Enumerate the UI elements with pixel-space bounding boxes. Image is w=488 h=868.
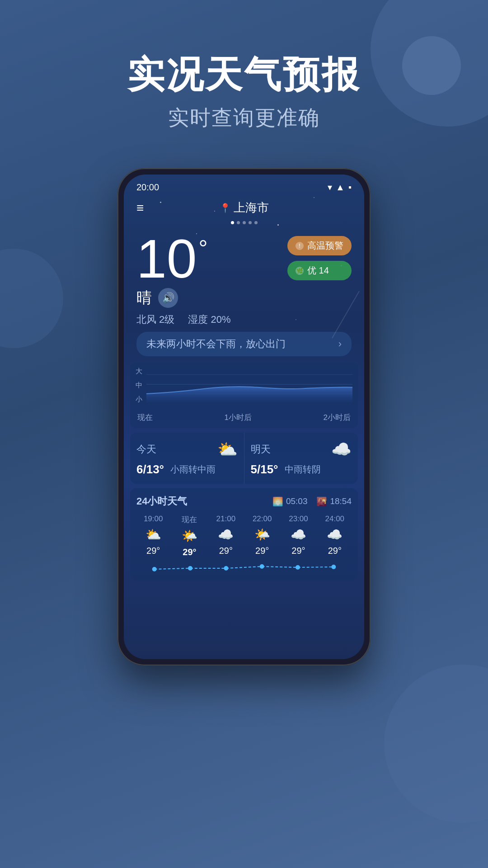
sub-title: 实时查询更准确 [0, 104, 488, 132]
daily-today-icon: ⛅ [217, 440, 238, 459]
hourly-section: 24小时天气 🌅 05:03 🌇 18:54 1 [130, 488, 358, 580]
city-label: 上海市 [234, 200, 269, 216]
city-name-row: 📍 上海市 [220, 200, 269, 216]
nav-dots [124, 221, 364, 224]
nav-dot-1[interactable] [231, 221, 234, 224]
location-pin-icon: 📍 [220, 203, 231, 213]
heat-warning-label: 高温预警 [307, 240, 343, 252]
hourly-temp-graph [136, 560, 352, 574]
leaf-icon: 🌿 [296, 267, 304, 275]
svg-point-3 [152, 567, 157, 571]
hour-time-5: 24:00 [325, 514, 345, 524]
hour-time-4: 23:00 [289, 514, 308, 524]
svg-point-6 [260, 564, 264, 569]
warning-icon: ! [296, 242, 304, 250]
status-bar: 20:00 ▾ ▲ ▪ [124, 175, 364, 196]
daily-tomorrow-top: 明天 ☁️ [251, 440, 352, 459]
chart-label-small: 小 [136, 395, 142, 404]
speaker-button[interactable]: 🔊 [158, 288, 178, 308]
chart-time-2h: 2小时后 [324, 412, 351, 423]
hour-temp-2: 29° [219, 546, 233, 556]
hour-item-4: 23:00 ☁️ 29° [282, 514, 315, 557]
sunrise-time: 05:03 [286, 496, 308, 506]
degree-symbol: ° [198, 237, 207, 259]
temperature-display: 10 ° [136, 231, 207, 286]
daily-forecast: 今天 ⛅ 6/13° 小雨转中雨 明天 ☁️ 5/15° 中雨转 [130, 433, 358, 484]
hour-icon-3: 🌤️ [254, 527, 270, 542]
nav-dot-2[interactable] [237, 221, 240, 224]
hour-temp-5: 29° [328, 546, 342, 556]
phone-frame: 20:00 ▾ ▲ ▪ ≡ 📍 上海市 [117, 168, 371, 665]
status-time: 20:00 [136, 182, 159, 193]
header-section: 实况天气预报 实时查询更准确 [0, 0, 488, 159]
hour-item-3: 22:00 🌤️ 29° [245, 514, 279, 557]
daily-today-temp: 6/13° [136, 462, 164, 476]
air-quality-badge: 🌿 优 14 [287, 261, 352, 280]
weather-desc-row: 晴 🔊 [136, 288, 207, 308]
hour-icon-1: 🌤️ [182, 528, 197, 543]
hour-time-1: 现在 [182, 514, 197, 525]
signal-icon: ▲ [336, 182, 345, 193]
temp-left: 10 ° 晴 🔊 [136, 231, 207, 308]
temp-row: 10 ° 晴 🔊 ! 高 [136, 231, 352, 308]
status-icons: ▾ ▲ ▪ [328, 182, 352, 193]
nav-dot-5[interactable] [254, 221, 258, 224]
rain-chart-section: 大 中 小 [130, 363, 358, 428]
top-bar: ≡ 📍 上海市 [124, 196, 364, 218]
rain-forecast-arrow: › [338, 338, 342, 350]
bg-decoration-bottom-right [384, 665, 488, 823]
daily-tomorrow-icon: ☁️ [331, 440, 352, 459]
hour-time-0: 19:00 [144, 514, 163, 524]
hour-temp-4: 29° [291, 546, 305, 556]
weather-main: 10 ° 晴 🔊 ! 高 [124, 224, 364, 356]
phone-wrapper: 20:00 ▾ ▲ ▪ ≡ 📍 上海市 [0, 168, 488, 665]
nav-dot-4[interactable] [249, 221, 252, 224]
rain-chart-svg [146, 367, 352, 403]
heat-warning-badge: ! 高温预警 [287, 236, 352, 255]
daily-today-top: 今天 ⛅ [136, 440, 238, 459]
menu-icon[interactable]: ≡ [136, 202, 144, 214]
svg-point-4 [188, 566, 192, 571]
chart-time-row: 现在 1小时后 2小时后 [136, 412, 352, 423]
daily-tomorrow-temp: 5/15° [251, 462, 278, 476]
hour-temp-3: 29° [255, 546, 269, 556]
hour-icon-4: ☁️ [291, 527, 306, 542]
sunset-icon: 🌇 [316, 496, 327, 507]
daily-tomorrow-label: 明天 [251, 443, 271, 456]
hour-icon-0: ⛅ [145, 527, 161, 542]
chart-label-medium: 中 [136, 381, 142, 390]
svg-point-7 [296, 565, 300, 570]
speaker-icon: 🔊 [162, 292, 174, 304]
daily-today-label: 今天 [136, 443, 156, 456]
hour-item-1: 现在 🌤️ 29° [173, 514, 206, 557]
hour-temp-0: 29° [146, 546, 160, 556]
nav-dot-3[interactable] [243, 221, 246, 224]
hour-item-2: 21:00 ☁️ 29° [209, 514, 243, 557]
badges-panel: ! 高温预警 🌿 优 14 [287, 236, 352, 280]
wifi-icon: ▾ [328, 182, 332, 193]
rain-forecast-banner[interactable]: 未来两小时不会下雨，放心出门 › [136, 332, 352, 356]
temp-value: 10 [136, 231, 197, 286]
daily-tomorrow-desc: 中雨转阴 [285, 463, 321, 476]
wind-info: 北风 2级 [136, 313, 174, 326]
sunset-item: 🌇 18:54 [316, 496, 352, 507]
daily-today-desc: 小雨转中雨 [170, 463, 216, 476]
phone-screen: 20:00 ▾ ▲ ▪ ≡ 📍 上海市 [124, 175, 364, 659]
svg-point-8 [331, 565, 336, 569]
hour-temp-1: 29° [183, 547, 196, 557]
daily-item-tomorrow: 明天 ☁️ 5/15° 中雨转阴 [244, 433, 358, 484]
sunrise-icon: 🌅 [272, 496, 283, 507]
sunrise-item: 🌅 05:03 [272, 496, 308, 507]
rain-forecast-text: 未来两小时不会下雨，放心出门 [146, 337, 286, 351]
chart-time-now: 现在 [137, 412, 153, 423]
sunset-time: 18:54 [330, 496, 352, 506]
chart-time-1h: 1小时后 [225, 412, 252, 423]
main-title: 实况天气预报 [0, 54, 488, 95]
air-quality-label: 优 14 [307, 264, 329, 277]
weather-description: 晴 [136, 288, 152, 308]
weather-detail: 北风 2级 湿度 20% [136, 313, 352, 326]
daily-item-today: 今天 ⛅ 6/13° 小雨转中雨 [130, 433, 244, 484]
hour-item-0: 19:00 ⛅ 29° [136, 514, 170, 557]
hourly-header: 24小时天气 🌅 05:03 🌇 18:54 [136, 495, 352, 508]
hour-time-3: 22:00 [253, 514, 272, 524]
